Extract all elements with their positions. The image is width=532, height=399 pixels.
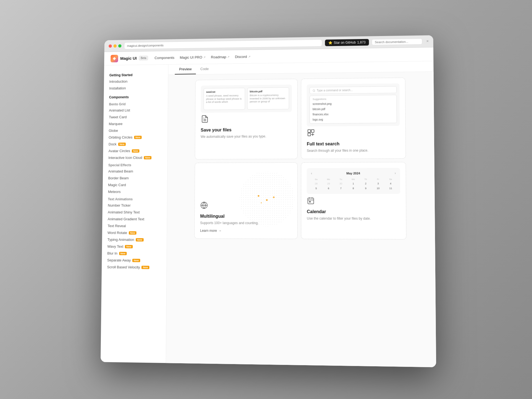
sidebar: Getting Started Introduction Installatio… <box>101 65 168 363</box>
sidebar-item-animated-list[interactable]: Animated List <box>104 106 168 114</box>
cal-label-tu: Tu <box>335 178 347 181</box>
external-link-icon-3: ↗ <box>248 55 250 58</box>
sidebar-item-animated-gradient-text[interactable]: Animated Gradient Text <box>102 216 167 222</box>
sidebar-item-magic-card[interactable]: Magic Card <box>103 181 167 188</box>
sidebar-item-meteors[interactable]: Meteors <box>103 188 167 195</box>
file-card-seed: seed.txt A seed phrase, seed recovery ph… <box>204 88 245 110</box>
cal-day[interactable]: 30 <box>335 181 347 186</box>
save-files-title: Save your files <box>201 127 292 133</box>
browser-close-icon[interactable]: ✕ <box>426 39 429 43</box>
sidebar-item-marquee[interactable]: Marquee <box>103 120 168 127</box>
star-label: Star on GitHub <box>334 40 356 45</box>
cal-day[interactable]: 6 <box>323 186 335 191</box>
main-content: Preview Code seed.txt <box>166 61 436 367</box>
close-button[interactable] <box>109 44 112 48</box>
sidebar-item-border-beam[interactable]: Border Beam <box>103 175 167 181</box>
svg-point-10 <box>273 196 275 198</box>
nav-link-discord[interactable]: Discord ↗ <box>235 55 250 59</box>
file-card-bitcoin: bitcoin.pdf Bitcoin is a cryptocurrency … <box>247 87 289 109</box>
star-count: 1,873 <box>357 40 365 44</box>
nav-roadmap-label: Roadmap <box>211 55 226 59</box>
new-badge-icon-cloud: New <box>144 156 152 159</box>
cal-day[interactable]: 1 <box>347 181 359 186</box>
sidebar-item-orbiting-circles[interactable]: Orbiting Circles New <box>103 134 168 141</box>
maximize-button[interactable] <box>118 44 122 47</box>
multilingual-card: Multilingual Supports 100+ languages and… <box>194 162 298 239</box>
search-card-inner: Type a command or search... Suggestions … <box>301 78 406 159</box>
multilingual-content: Multilingual Supports 100+ languages and… <box>200 201 292 233</box>
sidebar-item-avatar-circles[interactable]: Avatar Circles New <box>103 147 167 155</box>
tab-code[interactable]: Code <box>196 64 213 74</box>
cal-label-sa: Sa <box>385 177 397 181</box>
new-badge-dock: New <box>118 142 126 146</box>
calendar-title: Calendar <box>307 209 400 214</box>
nav-link-pro[interactable]: Magic UI PRO ↗ <box>180 55 206 60</box>
sidebar-item-wavy-text[interactable]: Wavy Text New <box>102 243 167 250</box>
save-files-card: seed.txt A seed phrase, seed recovery ph… <box>195 79 298 159</box>
cal-day[interactable]: 11 <box>385 186 397 190</box>
cal-day[interactable]: 28 <box>310 181 322 186</box>
external-link-icon-2: ↗ <box>227 55 229 58</box>
cal-day[interactable]: 2 <box>360 181 372 186</box>
cal-label-su: Su <box>310 178 322 181</box>
suggestions-box: Suggestions screenshot.png bitcoin.pdf f… <box>310 95 397 124</box>
nav-link-roadmap[interactable]: Roadmap ↗ <box>211 55 229 59</box>
nav-links: Components Magic UI PRO ↗ Roadmap ↗ Disc… <box>155 55 250 60</box>
sidebar-item-globe[interactable]: Globe <box>103 127 168 134</box>
bento-grid: seed.txt A seed phrase, seed recovery ph… <box>194 78 406 243</box>
logo-area: Magic UI Beta <box>111 54 148 62</box>
sidebar-item-blur-in[interactable]: Blur In New <box>102 250 167 257</box>
cal-day[interactable]: 10 <box>372 186 384 191</box>
star-github-button[interactable]: ⭐ Star on GitHub 1,873 <box>325 39 369 46</box>
cal-prev-button[interactable]: ‹ <box>310 172 313 175</box>
multilingual-card-inner: Multilingual Supports 100+ languages and… <box>195 163 297 239</box>
bitcoin-desc: Bitcoin is a cryptocurrency invented in … <box>250 94 287 104</box>
cal-day[interactable]: 7 <box>335 186 347 191</box>
sidebar-item-installation[interactable]: Installation <box>104 84 168 92</box>
minimize-button[interactable] <box>113 44 117 48</box>
calendar-desc: Use the calendar to filter your files by… <box>307 216 400 221</box>
sidebar-item-typing-animation[interactable]: Typing Animation New <box>102 236 167 243</box>
cal-day[interactable]: 5 <box>310 186 322 191</box>
nav-link-components[interactable]: Components <box>155 56 175 60</box>
save-files-desc: We automatically save your files as you … <box>201 134 292 139</box>
cal-next-button[interactable]: › <box>394 171 397 175</box>
search-text-icon <box>307 128 400 139</box>
sidebar-item-word-rotate[interactable]: Word Rotate New <box>102 229 167 236</box>
cal-day[interactable]: 3 <box>372 181 384 186</box>
seed-desc: A seed phrase, seed recovery phrase or b… <box>206 94 243 104</box>
cal-day[interactable]: 8 <box>347 186 359 191</box>
full-text-search-card: Type a command or search... Suggestions … <box>301 78 406 159</box>
sidebar-item-text-reveal[interactable]: Text Reveal <box>102 222 167 229</box>
calendar-widget: ‹ May 2024 › Su Mo Tu We <box>307 168 400 194</box>
search-docs-input[interactable] <box>372 38 422 45</box>
sidebar-item-animated-shiny-text[interactable]: Animated Shiny Text <box>102 209 167 216</box>
sidebar-item-interactive-icon-cloud[interactable]: Interactive Icon Cloud New <box>103 154 167 161</box>
address-bar[interactable]: magicui.design/components <box>124 39 322 49</box>
cal-day[interactable]: 29 <box>323 181 335 186</box>
new-badge-typing: New <box>136 238 144 241</box>
search-title: Full text search <box>307 141 400 147</box>
calendar-card: ‹ May 2024 › Su Mo Tu We <box>301 162 406 240</box>
sidebar-item-separate-away[interactable]: Separate Away New <box>102 257 167 264</box>
cal-day[interactable]: 9 <box>360 186 372 191</box>
preview-area: seed.txt A seed phrase, seed recovery ph… <box>166 72 436 367</box>
bitcoin-filename: bitcoin.pdf <box>250 90 287 93</box>
sidebar-item-tweet-card[interactable]: Tweet Card <box>104 113 168 121</box>
sidebar-item-scroll-based-velocity[interactable]: Scroll Based Velocity New <box>102 264 167 271</box>
sidebar-item-number-ticker[interactable]: Number Ticker <box>103 202 167 209</box>
learn-more-button[interactable]: Learn more → <box>200 229 222 232</box>
suggestion-finances: finances.xlsx <box>310 111 397 117</box>
logo-text: Magic UI <box>120 56 137 61</box>
sidebar-item-animated-beam[interactable]: Animated Beam <box>103 168 167 175</box>
new-badge-wavy: New <box>125 245 133 248</box>
new-badge-blur-in: New <box>119 252 127 255</box>
cal-day[interactable]: 4 <box>385 181 397 186</box>
tab-preview[interactable]: Preview <box>175 64 196 75</box>
suggestion-logo: logo.svg <box>310 116 397 122</box>
tab-code-label: Code <box>200 67 209 71</box>
sidebar-item-dock[interactable]: Dock New <box>103 140 167 148</box>
star-icon: ⭐ <box>328 41 332 45</box>
beta-badge: Beta <box>139 56 148 60</box>
sidebar-item-introduction[interactable]: Introduction <box>104 78 168 85</box>
